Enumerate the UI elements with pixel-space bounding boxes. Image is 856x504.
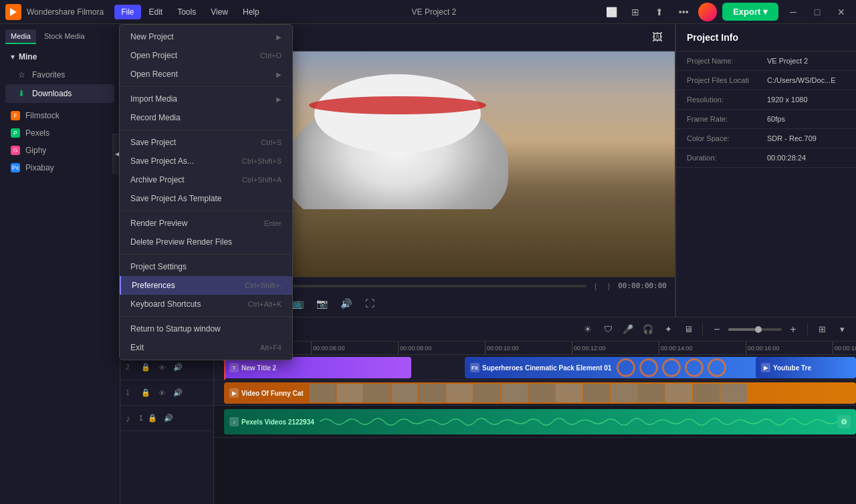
- minimize-icon[interactable]: ─: [784, 3, 802, 21]
- sidebar-mine-section: ▾ Mine ☆ Favorites ⬇ Downloads: [0, 44, 120, 107]
- menu-save-project[interactable]: Save Project Ctrl+S: [120, 133, 292, 152]
- clip-video-label: Video Of Funny Cat: [241, 390, 304, 397]
- menu-open-recent[interactable]: Open Recent: [120, 65, 292, 84]
- zoom-in-button[interactable]: +: [784, 321, 802, 338]
- track-2-lock-btn[interactable]: 🔒: [139, 361, 152, 374]
- thumb-1: [309, 384, 336, 402]
- sidebar-giphy[interactable]: G Giphy: [0, 142, 120, 159]
- upload-icon[interactable]: ⬆: [650, 3, 669, 21]
- framerate-value: 60fps: [767, 115, 845, 123]
- menu-save-as-template[interactable]: Save Project As Template: [120, 189, 292, 208]
- menu-file[interactable]: File: [114, 5, 140, 19]
- sun-icon[interactable]: ☀: [579, 321, 597, 338]
- audio-clip-icon: ♪: [229, 417, 239, 426]
- sep-3: [120, 211, 292, 211]
- screenshot-icon[interactable]: 📷: [312, 294, 331, 313]
- yt-clip-icon: ▶: [761, 363, 770, 372]
- more-icon[interactable]: •••: [674, 3, 693, 21]
- menu-preferences[interactable]: Preferences Ctrl+Shift+,: [120, 276, 292, 295]
- thumb-15: [693, 384, 720, 402]
- fullscreen-icon[interactable]: ⛶: [360, 294, 379, 313]
- maximize-icon[interactable]: □: [808, 3, 827, 21]
- thumb-2: [336, 384, 363, 402]
- menu-project-settings[interactable]: Project Settings: [120, 257, 292, 276]
- audio-settings-icon[interactable]: ⚙: [837, 415, 851, 428]
- more-options-button[interactable]: ▾: [833, 321, 851, 338]
- player-photo-icon[interactable]: 🖼: [648, 28, 667, 47]
- track-row-audio: ♪ Pexels Videos 2122934 ⚙: [214, 406, 856, 438]
- menu-exit[interactable]: Exit Alt+F4: [120, 338, 292, 357]
- track-labels: 2 🔒 👁 🔊 1 🔒 👁 🔊 ♪ 1: [120, 342, 214, 504]
- thumb-12: [611, 384, 637, 402]
- left-panel: Media Stock Media ▾ Mine ☆ Favorites ⬇ D…: [0, 24, 120, 504]
- favorites-label: Favorites: [32, 70, 65, 80]
- ruler-tick-18: 00:00:18:00: [833, 342, 856, 354]
- volume-icon[interactable]: 🔊: [336, 294, 355, 313]
- shield-icon[interactable]: 🛡: [599, 321, 617, 338]
- menu-render-preview[interactable]: Render Preview Enter: [120, 214, 292, 233]
- ruler-tick-8: 00:00:08:00: [398, 342, 485, 354]
- clip-fx-label: Superheroes Cinematic Pack Element 01: [482, 364, 611, 372]
- circle-4: [685, 358, 704, 377]
- menu-archive-project[interactable]: Archive Project Ctrl+Shift+A: [120, 170, 292, 189]
- zoom-slider[interactable]: [728, 328, 782, 331]
- track-audio-text: 1: [139, 414, 143, 422]
- track-2-eye-btn[interactable]: 👁: [155, 361, 169, 374]
- menu-import-media[interactable]: Import Media: [120, 90, 292, 108]
- clip-audio[interactable]: ♪ Pexels Videos 2122934 ⚙: [224, 409, 856, 434]
- circle-2: [639, 358, 658, 377]
- user-avatar[interactable]: [698, 3, 717, 21]
- menu-new-project[interactable]: New Project: [120, 27, 292, 46]
- track-audio-num: ♪: [126, 413, 136, 424]
- menu-keyboard-shortcuts[interactable]: Keyboard Shortcuts Ctrl+Alt+K: [120, 295, 292, 313]
- menu-tools[interactable]: Tools: [171, 5, 203, 19]
- menu-startup-window[interactable]: Return to Startup window: [120, 320, 292, 338]
- clip-title-label: New Title 2: [241, 364, 276, 372]
- track-audio-lock-btn[interactable]: 🔒: [146, 412, 159, 425]
- track-audio-volume-btn[interactable]: 🔊: [162, 412, 175, 425]
- menu-delete-render[interactable]: Delete Preview Render Files: [120, 233, 292, 251]
- project-location-label: Project Files Locati: [687, 76, 767, 84]
- close-icon[interactable]: ✕: [832, 3, 851, 21]
- menu-edit[interactable]: Edit: [142, 5, 170, 19]
- clip-video[interactable]: ▶ Video Of Funny Cat: [224, 382, 856, 404]
- restore-icon[interactable]: ⬜: [602, 3, 621, 21]
- menu-view[interactable]: View: [204, 5, 235, 19]
- track-2-volume-btn[interactable]: 🔊: [171, 361, 185, 374]
- pexels-label: Pexels: [25, 128, 49, 138]
- chevron-down-icon: ▾: [11, 52, 15, 61]
- sidebar-mine-header[interactable]: ▾ Mine: [5, 48, 114, 66]
- sep-2: [120, 130, 292, 130]
- sparkle-icon[interactable]: ✦: [659, 321, 677, 338]
- sidebar-item-downloads[interactable]: ⬇ Downloads: [5, 84, 114, 103]
- apps-icon[interactable]: ⊞: [626, 3, 645, 21]
- track-1-volume-btn[interactable]: 🔊: [171, 386, 185, 400]
- colorspace-label: Color Space:: [687, 134, 767, 142]
- bracket-left: {: [595, 282, 597, 290]
- thumb-16: [720, 384, 747, 402]
- headphone-icon[interactable]: 🎧: [639, 321, 657, 338]
- grid-view-button[interactable]: ⊞: [813, 321, 831, 338]
- track-1-eye-btn[interactable]: 👁: [155, 386, 169, 400]
- sidebar-pexels[interactable]: P Pexels: [0, 124, 120, 142]
- menu-save-project-as[interactable]: Save Project As... Ctrl+Shift+S: [120, 152, 292, 170]
- tab-stock-media[interactable]: Stock Media: [39, 29, 90, 44]
- menu-open-project[interactable]: Open Project Ctrl+O: [120, 46, 292, 65]
- clip-youtube[interactable]: ▶ Youtube Tre: [756, 357, 856, 378]
- tab-media[interactable]: Media: [5, 29, 36, 44]
- timecode-display: 00:00:00:00: [618, 281, 667, 290]
- track-1-lock-btn[interactable]: 🔒: [139, 386, 152, 400]
- menu-help[interactable]: Help: [236, 5, 266, 19]
- clip-yt-label: Youtube Tre: [773, 364, 811, 372]
- download-icon: ⬇: [16, 88, 27, 99]
- zoom-out-button[interactable]: −: [708, 321, 726, 338]
- sidebar-pixabay[interactable]: Px Pixabay: [0, 159, 120, 176]
- thumb-8: [501, 384, 528, 402]
- menu-record-media[interactable]: Record Media: [120, 108, 292, 127]
- sidebar-item-favorites[interactable]: ☆ Favorites: [5, 66, 114, 84]
- screen-icon[interactable]: 🖥: [679, 321, 697, 338]
- ruler-tick-14: 00:00:14:00: [659, 342, 746, 354]
- sidebar-filmstock[interactable]: F Filmstock: [0, 107, 120, 124]
- export-button[interactable]: Export ▾: [722, 3, 778, 21]
- mic-button[interactable]: 🎤: [619, 321, 637, 338]
